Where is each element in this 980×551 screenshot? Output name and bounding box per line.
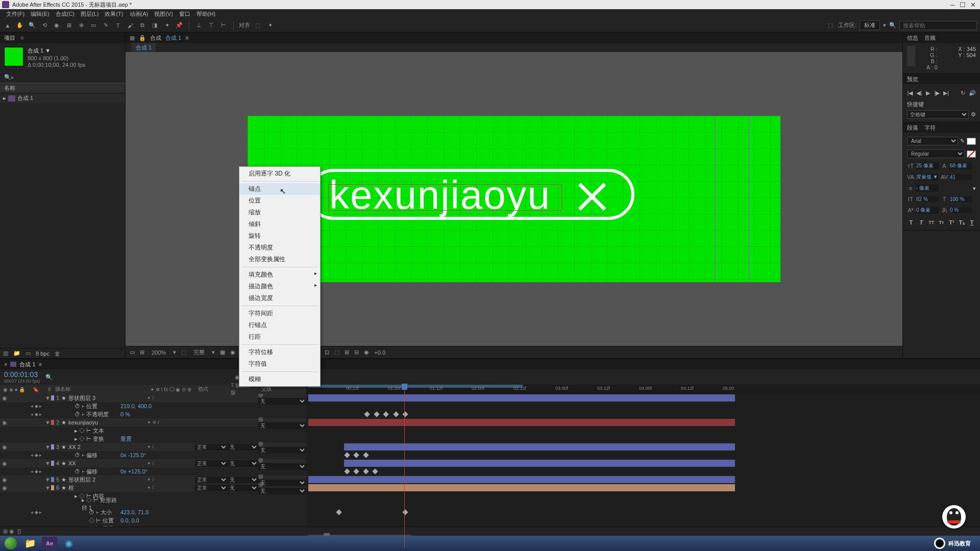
- ae-taskbar-icon[interactable]: Ae: [42, 537, 57, 550]
- context-menu-item[interactable]: 描边颜色: [239, 281, 320, 292]
- col-parent[interactable]: 父级: [258, 386, 306, 393]
- brush-tool[interactable]: 🖌: [126, 21, 135, 30]
- orbit-tool[interactable]: ⟲: [40, 21, 49, 30]
- eraser-tool[interactable]: ◨: [150, 21, 159, 30]
- font-style-select[interactable]: Regular: [907, 149, 965, 158]
- context-menu-item[interactable]: 全部变换属性: [239, 254, 320, 265]
- axis-world-icon[interactable]: ⊤: [207, 21, 216, 30]
- grid-icon[interactable]: ⊞: [140, 349, 144, 356]
- selection-tool[interactable]: ▲: [3, 21, 12, 30]
- baseline-input[interactable]: 0 像素: [916, 207, 939, 214]
- pixel-aspect-icon[interactable]: ⊡: [325, 349, 329, 356]
- context-menu-item[interactable]: 字符位移: [239, 346, 320, 358]
- bpc-toggle[interactable]: 8 bpc: [36, 350, 50, 357]
- close-button[interactable]: ✕: [968, 1, 978, 8]
- clone-tool[interactable]: ⧉: [138, 21, 147, 30]
- resolution-dropdown[interactable]: 完整: [191, 348, 207, 356]
- mute-button[interactable]: 🔊: [969, 89, 976, 96]
- menu-view[interactable]: 视图(V): [151, 10, 176, 18]
- context-menu-item[interactable]: 缩放: [239, 207, 320, 218]
- menu-animation[interactable]: 动画(A): [127, 10, 152, 18]
- help-search-input[interactable]: [899, 21, 977, 30]
- res-icon[interactable]: ⬚: [181, 349, 186, 356]
- maximize-button[interactable]: ☐: [958, 1, 968, 8]
- vscale-input[interactable]: 82 %: [916, 196, 939, 202]
- tl-comp-tab[interactable]: 合成 1: [19, 361, 35, 368]
- font-family-select[interactable]: Arial: [907, 137, 958, 145]
- last-frame-button[interactable]: ▶|: [943, 89, 949, 96]
- camera-tool[interactable]: ⊞: [64, 21, 74, 30]
- shape-x-icon[interactable]: [574, 177, 610, 213]
- playhead-line[interactable]: [404, 394, 405, 527]
- snap2-icon[interactable]: ✦: [265, 21, 275, 30]
- context-menu-item[interactable]: 启用逐字 3D 化: [239, 168, 320, 180]
- guide-line-2[interactable]: [749, 116, 749, 282]
- layer-row[interactable]: ◉ ▼1 ★形状图层 3 ✦ / ◎ 无: [0, 394, 306, 402]
- menu-edit[interactable]: 编辑(E): [28, 10, 53, 18]
- tab-menu-icon[interactable]: ≡: [185, 35, 188, 41]
- audio-tab[interactable]: 音频: [924, 34, 936, 42]
- text-tool[interactable]: T: [113, 21, 122, 30]
- menu-help[interactable]: 帮助(H): [193, 10, 218, 18]
- tl-menu-icon[interactable]: ≡: [39, 361, 42, 367]
- layer-row[interactable]: ◉ ▼6 ★框 ✦ / 正常 无 ◎ 无: [0, 484, 306, 492]
- paragraph-tab[interactable]: 段落: [907, 124, 918, 132]
- sync-icon[interactable]: ⬚: [826, 21, 835, 30]
- minimize-button[interactable]: ─: [947, 1, 958, 8]
- superscript-button[interactable]: T¹: [947, 219, 955, 226]
- hscale-input[interactable]: 100 %: [950, 196, 972, 202]
- context-menu-item[interactable]: 行锚点: [239, 319, 320, 331]
- bold-button[interactable]: T: [907, 219, 915, 226]
- context-menu-item[interactable]: 描边宽度: [239, 292, 320, 304]
- text-selection-box[interactable]: [328, 184, 562, 211]
- time-ruler[interactable]: 00:12f 01:00f 01:12f 02:00f 02:12f 03:00…: [306, 385, 980, 394]
- stroke-color-swatch[interactable]: [967, 151, 976, 158]
- toggle-modes-icon[interactable]: {}: [17, 528, 21, 535]
- tsume-input[interactable]: 0 %: [950, 207, 972, 213]
- active-comp-tab[interactable]: 合成 1: [165, 34, 181, 42]
- context-menu-item[interactable]: 模糊: [239, 373, 320, 385]
- exposure-value[interactable]: +0.0: [374, 349, 385, 356]
- snap-icon[interactable]: ⬚: [253, 21, 262, 30]
- italic-button[interactable]: T: [917, 219, 925, 226]
- context-menu-item[interactable]: 旋转: [239, 230, 320, 242]
- property-row[interactable]: ▸ ◇ ⊢ 矩形路径 1: [0, 500, 306, 508]
- workspace-select[interactable]: 标准: [860, 20, 880, 30]
- context-menu-item[interactable]: 字符间距: [239, 308, 320, 319]
- font-size-input[interactable]: 25 像素: [916, 162, 939, 169]
- explorer-taskbar-icon[interactable]: 📁: [22, 537, 38, 550]
- property-row[interactable]: ◂ ◆ ▸ ⏱ ⊢ 大小 423.0, 71.0: [0, 508, 306, 516]
- interpret-icon[interactable]: ▥: [3, 350, 8, 357]
- first-frame-button[interactable]: |◀: [907, 89, 913, 96]
- hand-tool[interactable]: ✋: [15, 21, 24, 30]
- tl-close-icon[interactable]: ×: [4, 361, 7, 367]
- transparency-icon[interactable]: ▦: [220, 349, 225, 356]
- eyedropper-icon[interactable]: ✎: [960, 138, 965, 144]
- tl-search-icon[interactable]: 🔍: [45, 374, 53, 381]
- zoom-tool[interactable]: 🔍: [28, 21, 37, 30]
- character-tab[interactable]: 字符: [924, 124, 936, 132]
- mag-ratio-icon[interactable]: ▭: [130, 349, 135, 356]
- kerning-input[interactable]: 度量值 ▼: [916, 173, 939, 181]
- menu-layer[interactable]: 图层(L): [78, 10, 102, 18]
- comp-breadcrumb[interactable]: 合成 1: [132, 43, 156, 53]
- preview-tab[interactable]: 预览: [907, 76, 918, 83]
- view-lock-icon[interactable]: 🔒: [139, 35, 146, 41]
- menu-composition[interactable]: 合成(C): [53, 10, 78, 18]
- property-row[interactable]: ◇ ⊢ 位置 0.0, 0.0: [0, 516, 306, 524]
- context-menu-item[interactable]: 位置: [239, 195, 320, 207]
- context-menu-item[interactable]: 不透明度: [239, 242, 320, 254]
- comp-thumbnail[interactable]: [4, 47, 23, 66]
- folder-icon[interactable]: 📁: [13, 350, 20, 357]
- rect-tool[interactable]: ▭: [89, 21, 98, 30]
- axis-local-icon[interactable]: ⊥: [194, 21, 204, 30]
- project-col-name[interactable]: 名称: [0, 83, 125, 93]
- shortcut-settings-icon[interactable]: ⚙: [971, 111, 976, 118]
- prev-frame-button[interactable]: ◀|: [916, 89, 922, 96]
- info-tab[interactable]: 信息: [907, 34, 918, 42]
- underline-button[interactable]: T: [968, 219, 976, 226]
- puppet-tool[interactable]: 📌: [175, 21, 184, 30]
- subscript-button[interactable]: T₁: [958, 219, 966, 226]
- context-menu-item[interactable]: 填充颜色: [239, 269, 320, 281]
- timeline-icon[interactable]: ⊞: [345, 349, 349, 356]
